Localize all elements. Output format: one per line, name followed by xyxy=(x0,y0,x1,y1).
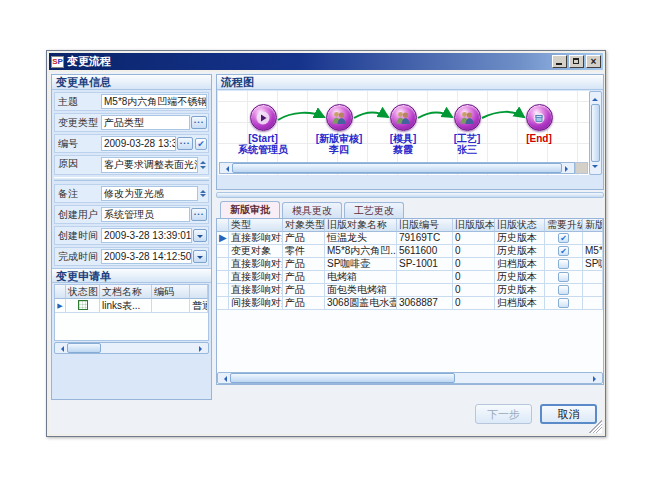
col-old-status[interactable]: 旧版状态 xyxy=(495,219,545,232)
request-list-header: 变更申请单 xyxy=(52,268,211,283)
node-tag: [工艺] xyxy=(435,133,499,144)
extra-column[interactable] xyxy=(190,285,208,299)
finish-time-dropdown-icon[interactable] xyxy=(193,250,207,263)
maximize-icon xyxy=(573,58,579,64)
col-old-ver[interactable]: 旧版版本号 xyxy=(453,219,495,232)
panel-splitter[interactable] xyxy=(216,192,604,198)
flow-node-mold[interactable]: [模具] 蔡霞 xyxy=(371,104,435,155)
flow-node-review[interactable]: [新版审核] 李四 xyxy=(307,104,371,155)
change-info-fields: 主题 M5*8内六角凹端不锈钢紧固螺钉 变更类型 产品类型 ... 编号 200… xyxy=(52,90,211,266)
close-button[interactable]: × xyxy=(586,55,601,68)
start-node-icon xyxy=(250,104,277,131)
node-tag: [Start] xyxy=(231,133,295,144)
scroll-down-icon[interactable] xyxy=(590,163,601,174)
flow-canvas[interactable]: [Start] 系统管理员 xyxy=(218,91,589,175)
subject-input[interactable]: M5*8内六角凹端不锈钢紧固螺钉 xyxy=(101,94,207,109)
scroll-left-icon[interactable] xyxy=(55,343,66,353)
table-row[interactable]: 直接影响对象 产品 电烤箱 0 历史版本 xyxy=(217,271,603,284)
upgrade-checkbox[interactable] xyxy=(558,298,569,308)
scroll-left-icon[interactable] xyxy=(218,373,229,383)
col-type[interactable]: 类型 xyxy=(229,219,283,232)
tab-craft-change[interactable]: 工艺更改 xyxy=(344,202,404,218)
flow-node-start[interactable]: [Start] 系统管理员 xyxy=(231,104,295,155)
cell-old-status: 历史版本 xyxy=(495,245,545,258)
table-row[interactable]: 直接影响对象 产品 SP咖啡壶 SP-1001 0 归档版本 SP咖 xyxy=(217,258,603,271)
table-row[interactable]: ▶ 直接影响对象 产品 恒温龙头 79169TC 0 历史版本 xyxy=(217,232,603,245)
tab-mold-change[interactable]: 模具更改 xyxy=(282,202,342,218)
status-icon-column[interactable]: 状态图 xyxy=(66,285,100,299)
cell-old-ver: 0 xyxy=(453,284,495,297)
left-splitter[interactable] xyxy=(54,177,209,181)
request-table-row[interactable]: ▶ links表... 普通 xyxy=(55,299,208,313)
approval-table-hscrollbar[interactable] xyxy=(217,372,603,384)
col-new-name[interactable]: 新版对象名称 xyxy=(583,219,603,232)
number-input[interactable]: 2009-03-28 13:39:01 xyxy=(101,136,176,151)
scroll-down-icon[interactable] xyxy=(200,194,206,200)
creator-input[interactable]: 系统管理员 xyxy=(101,207,190,222)
table-row[interactable]: 变更对象 零件 M5*8内六角凹... 5611600 0 历史版本 M5*8 xyxy=(217,245,603,258)
request-table: 状态图 文档名称 编码 ▶ links表... 普通 xyxy=(54,284,209,341)
table-row[interactable]: 间接影响对象 产品 3068圆盖电水壶 3068887 0 归档版本 xyxy=(217,297,603,310)
subject-label: 主题 xyxy=(56,95,101,109)
create-time-row: 创建时间 2009-3-28 13:39:01 xyxy=(54,226,209,245)
scroll-right-icon[interactable] xyxy=(591,373,602,383)
finish-time-input[interactable]: 2009-3-28 14:12:50 xyxy=(101,249,192,264)
reason-textarea[interactable]: 客户要求调整表面光滑度 xyxy=(101,157,198,173)
remark-textarea[interactable]: 修改为亚光感 xyxy=(101,186,198,201)
request-table-hscrollbar[interactable] xyxy=(54,342,209,354)
scroll-up-icon[interactable] xyxy=(590,92,601,103)
creator-browse-button[interactable]: ... xyxy=(191,208,207,221)
upgrade-checkbox[interactable] xyxy=(558,246,569,256)
scroll-up-icon[interactable] xyxy=(200,187,206,193)
hscroll-thumb[interactable] xyxy=(230,373,455,383)
col-old-name[interactable]: 旧版对象名称 xyxy=(325,219,397,232)
create-time-input[interactable]: 2009-3-28 13:39:01 xyxy=(101,228,192,243)
vscroll-thumb[interactable] xyxy=(591,104,600,162)
upgrade-checkbox[interactable] xyxy=(558,259,569,269)
number-checkbox[interactable] xyxy=(195,138,207,150)
hscroll-thumb[interactable] xyxy=(232,163,562,173)
flow-vscrollbar[interactable] xyxy=(589,91,602,175)
tab-new-version-approval[interactable]: 新版审批 xyxy=(220,201,280,218)
cell-new-name: SP咖 xyxy=(583,258,603,271)
scroll-right-icon[interactable] xyxy=(563,163,574,173)
scroll-down-icon[interactable] xyxy=(200,166,206,172)
flow-node-craft[interactable]: [工艺] 张三 xyxy=(435,104,499,155)
cell-old-no: 3068887 xyxy=(397,297,453,310)
cell-old-status: 历史版本 xyxy=(495,284,545,297)
flow-node-end[interactable]: [End] xyxy=(507,104,571,144)
upgrade-checkbox[interactable] xyxy=(558,272,569,282)
indicator-cell xyxy=(217,258,229,271)
flow-hscrollbar[interactable] xyxy=(219,162,575,174)
minimize-button[interactable] xyxy=(552,55,567,68)
cell-type: 直接影响对象 xyxy=(229,258,283,271)
doc-name-column[interactable]: 文档名称 xyxy=(100,285,152,299)
reason-scrollbar[interactable] xyxy=(198,157,207,173)
indicator-column xyxy=(55,285,66,299)
hscroll-thumb[interactable] xyxy=(67,343,101,353)
col-old-no[interactable]: 旧版编号 xyxy=(397,219,453,232)
titlebar[interactable]: SP 变更流程 × xyxy=(49,53,603,70)
flow-chart-header: 流程图 xyxy=(217,75,603,90)
number-browse-button[interactable]: ... xyxy=(177,137,193,150)
scroll-up-icon[interactable] xyxy=(200,158,206,164)
cell-obj-type: 产品 xyxy=(283,284,325,297)
change-type-input[interactable]: 产品类型 xyxy=(101,115,190,130)
maximize-button[interactable] xyxy=(569,55,584,68)
col-upgrade[interactable]: 需要升级 xyxy=(545,219,583,232)
table-row[interactable]: 直接影响对象 产品 面包类电烤箱 0 历史版本 xyxy=(217,284,603,297)
scroll-right-icon[interactable] xyxy=(197,343,208,353)
create-time-dropdown-icon[interactable] xyxy=(193,229,207,242)
upgrade-checkbox[interactable] xyxy=(558,233,569,243)
code-column[interactable]: 编码 xyxy=(152,285,190,299)
resize-grip-icon[interactable] xyxy=(589,420,602,433)
change-type-browse-button[interactable]: ... xyxy=(191,116,207,129)
change-type-row: 变更类型 产品类型 ... xyxy=(54,113,209,132)
cell-old-name: 3068圆盖电水壶 xyxy=(325,297,397,310)
end-node-icon xyxy=(526,104,553,131)
upgrade-checkbox[interactable] xyxy=(558,285,569,295)
remark-scrollbar[interactable] xyxy=(198,186,207,201)
next-button[interactable]: 下一步 xyxy=(475,404,532,424)
scroll-left-icon[interactable] xyxy=(220,163,231,173)
col-obj-type[interactable]: 对象类型 xyxy=(283,219,325,232)
